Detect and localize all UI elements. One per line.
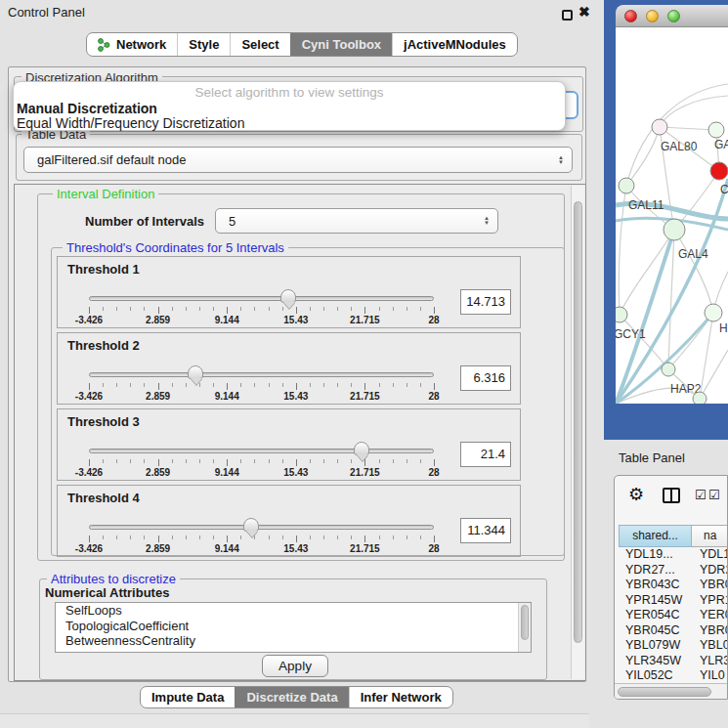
threshold-value-field[interactable]: 21.4: [460, 442, 511, 467]
tick-label: 28: [428, 391, 439, 402]
network-node-c[interactable]: [710, 162, 728, 180]
tick-label: 9.144: [215, 467, 239, 478]
threshold-slider-track[interactable]: [89, 372, 434, 377]
table-row[interactable]: YBR043CYBR0: [619, 578, 728, 593]
float-window-icon[interactable]: [562, 10, 573, 21]
threshold-slider-track[interactable]: [89, 296, 434, 301]
table-row[interactable]: YDL19...YDL1: [619, 547, 728, 563]
checkbox-icon[interactable]: ☑: [708, 488, 720, 502]
threshold-value-field[interactable]: 11.344: [460, 518, 511, 543]
network-window-titlebar[interactable]: [616, 5, 728, 27]
tick-mark: [130, 307, 131, 311]
tab-style[interactable]: Style: [177, 33, 230, 56]
table-row[interactable]: YER054CYER0: [619, 608, 728, 623]
tick-mark: [172, 459, 173, 463]
attribute-list-item[interactable]: BetweennessCentrality: [56, 633, 531, 649]
bottom-tab-impute-data[interactable]: Impute Data: [141, 687, 235, 707]
algorithm-option-manual[interactable]: Manual Discretization: [17, 101, 157, 116]
tick-mark: [144, 535, 145, 539]
network-node[interactable]: [693, 392, 707, 404]
table-data-combobox[interactable]: galFiltered.sif default node ▲▼: [23, 147, 573, 173]
threshold-value-field[interactable]: 14.713: [460, 289, 511, 315]
attributes-scrollbar[interactable]: [518, 603, 531, 652]
cell-name: YIL0: [692, 668, 728, 682]
tab-network[interactable]: Network: [87, 33, 177, 56]
tick-mark: [130, 535, 131, 539]
network-node-h[interactable]: [705, 304, 722, 321]
bottom-tab-discretize-data[interactable]: Discretize Data: [235, 687, 348, 707]
tick-mark: [116, 535, 117, 539]
network-node-hap2[interactable]: [662, 363, 675, 376]
zoom-traffic-light-icon[interactable]: [667, 10, 680, 22]
tick-label: 21.715: [350, 315, 380, 325]
table-row[interactable]: YLR345WYLR3: [619, 654, 728, 669]
tab-select[interactable]: Select: [230, 33, 289, 56]
vertical-scrollbar-thumb[interactable]: [574, 201, 582, 643]
threshold-value-field[interactable]: 6.316: [460, 365, 511, 391]
column-layout-icon[interactable]: [663, 488, 680, 503]
network-node-gal4[interactable]: [664, 219, 685, 240]
tick-mark: [393, 459, 394, 463]
network-node-label: GAL4: [678, 247, 708, 261]
tick-mark: [434, 535, 435, 542]
tick-mark: [254, 307, 255, 311]
table-row[interactable]: YDR27...YDR2: [619, 563, 728, 578]
threshold-slider-thumb[interactable]: [354, 442, 369, 455]
network-node-gal11[interactable]: [619, 178, 634, 193]
tick-mark: [269, 383, 270, 387]
table-row[interactable]: YPR145WYPR1: [619, 593, 728, 609]
table-rows: YDL19...YDL1YDR27...YDR2YBR043CYBR0YPR14…: [619, 547, 728, 682]
tick-label: 15.43: [283, 543, 308, 554]
table-horizontal-scrollbar[interactable]: [615, 683, 728, 699]
tick-label: 28: [428, 467, 439, 478]
cell-name: YBR0: [692, 578, 728, 593]
tick-mark: [103, 383, 104, 387]
close-traffic-light-icon[interactable]: [624, 10, 637, 22]
checkbox-icon[interactable]: ☑: [695, 488, 707, 502]
network-node-gcy1[interactable]: [616, 307, 627, 322]
close-icon[interactable]: ✖: [578, 4, 590, 20]
threshold-slider-track[interactable]: [89, 449, 434, 453]
tick-label: 2.859: [146, 467, 170, 478]
tick-label: 9.144: [215, 315, 239, 325]
column-header-name[interactable]: na: [692, 525, 728, 547]
table-data-value: galFiltered.sif default node: [37, 152, 186, 167]
threshold-slider-thumb[interactable]: [243, 518, 259, 532]
minimize-traffic-light-icon[interactable]: [646, 10, 659, 22]
table-row[interactable]: YBR045CYBR0: [619, 623, 728, 639]
table-row[interactable]: YBL079WYBL0: [619, 638, 728, 654]
cell-shared-name: YIL052C: [619, 668, 692, 682]
table-hscrollbar-thumb[interactable]: [618, 687, 711, 697]
network-canvas[interactable]: GAL80GACGAL11GAL4GCY1HHAP2: [616, 27, 728, 404]
table-row[interactable]: YIL052CYIL0: [619, 668, 728, 682]
combo-arrows-icon: ▲▼: [558, 155, 564, 165]
algorithm-option-equal-width[interactable]: Equal Width/Frequency Discretization: [17, 115, 244, 131]
attribute-list-item[interactable]: SelfLoops: [56, 603, 531, 619]
numerical-attributes-list[interactable]: SelfLoopsTopologicalCoefficientBetweenne…: [55, 602, 532, 653]
tick-mark: [89, 383, 90, 390]
network-node-ga[interactable]: [708, 122, 724, 138]
threshold-slider-thumb[interactable]: [280, 289, 296, 303]
threshold-slider-track[interactable]: [89, 525, 434, 530]
tick-mark: [240, 307, 241, 311]
network-node-gal80[interactable]: [652, 119, 667, 135]
tab-jactivemnodules[interactable]: jActiveMNodules: [392, 33, 517, 56]
tick-mark: [337, 307, 338, 311]
vertical-scrollbar[interactable]: [571, 186, 584, 679]
network-node-label: H: [719, 321, 728, 335]
tick-label: -3.426: [75, 543, 103, 554]
threshold-slider-thumb[interactable]: [188, 365, 203, 379]
tick-mark: [337, 535, 338, 539]
network-node-label: C: [720, 183, 728, 196]
num-intervals-combobox[interactable]: 5 ▲▼: [215, 208, 498, 234]
bottom-tab-infer-network[interactable]: Infer Network: [349, 687, 452, 707]
attributes-scrollbar-thumb[interactable]: [521, 605, 529, 640]
tick-mark: [103, 459, 104, 463]
apply-button[interactable]: Apply: [262, 655, 328, 677]
cell-shared-name: YPR145W: [619, 593, 692, 609]
attribute-list-item[interactable]: TopologicalCoefficient: [56, 619, 531, 634]
network-node-label: GA: [714, 138, 728, 151]
column-header-shared-name[interactable]: shared...: [619, 525, 692, 547]
gear-icon[interactable]: ⚙: [628, 484, 644, 505]
tab-cyni-toolbox[interactable]: Cyni Toolbox: [290, 33, 392, 56]
